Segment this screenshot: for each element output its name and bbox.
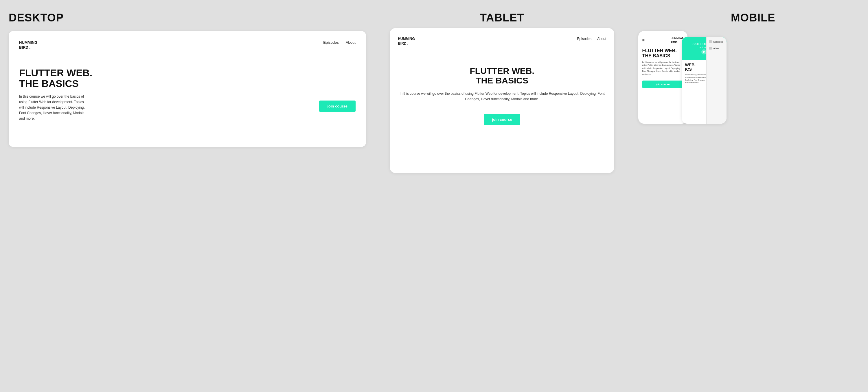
drawer-panel: Episodes About (706, 37, 726, 124)
desktop-nav: HUMMING BIRD . Episodes About (19, 40, 355, 50)
desktop-section: DESKTOP (9, 11, 366, 31)
tablet-nav-about[interactable]: About (597, 37, 606, 41)
desktop-nav-links: Episodes About (323, 40, 355, 45)
desktop-hero-row: In this course we will go over the basic… (19, 94, 355, 130)
desktop-nav-episodes[interactable]: Episodes (323, 40, 339, 45)
mobile-overlay-phone: SKILL UP NOW and more HUMMING BIRD . WEB… (682, 37, 726, 124)
episodes-icon (709, 40, 712, 43)
tablet-nav-links: Episodes About (577, 37, 607, 41)
page-layout: DESKTOP TABLET MOBILE HUMMING BIRD . Epi… (9, 11, 859, 173)
mobile-nav-main: ≡ HUMMING BIRD . (642, 37, 683, 44)
tablet-section-label: TABLET (480, 11, 524, 24)
desktop-brand: HUMMING BIRD . (19, 40, 38, 50)
mobile-column: ≡ HUMMING BIRD . FLUTTER WEB. THE BASICS… (638, 31, 859, 124)
desktop-mockup: HUMMING BIRD . Episodes About FLUTTER WE… (9, 31, 366, 147)
mobile-hero-title: FLUTTER WEB. THE BASICS (642, 48, 683, 58)
mobile-hero-desc: In this course we will go over the basic… (642, 61, 683, 76)
desktop-section-label: DESKTOP (9, 11, 366, 24)
tablet-brand: HUMMING BIRD . (398, 37, 415, 46)
desktop-column: HUMMING BIRD . Episodes About FLUTTER WE… (9, 31, 366, 147)
tablet-hero-title: FLUTTER WEB. THE BASICS (398, 66, 606, 85)
drawer-item-episodes[interactable]: Episodes (709, 40, 724, 43)
about-icon (709, 47, 712, 50)
drawer-item-about[interactable]: About (709, 47, 724, 50)
desktop-hero-desc: In this course we will go over the basic… (19, 94, 89, 122)
play-triangle-icon (703, 51, 705, 53)
tablet-join-button[interactable]: join course (484, 114, 520, 125)
desktop-hero: FLUTTER WEB. THE BASICS In this course w… (19, 67, 355, 130)
desktop-nav-about[interactable]: About (346, 40, 355, 45)
main-columns: HUMMING BIRD . Episodes About FLUTTER WE… (9, 31, 859, 173)
tablet-mockup: HUMMING BIRD . Episodes About FLUTTER WE… (390, 28, 614, 173)
mobile-section-header: MOBILE (638, 11, 859, 31)
desktop-join-button[interactable]: join course (319, 101, 355, 112)
mobile-devices: ≡ HUMMING BIRD . FLUTTER WEB. THE BASICS… (638, 31, 859, 124)
tablet-hero-desc: In this course we will go over the basic… (398, 91, 606, 102)
hamburger-icon[interactable]: ≡ (642, 38, 645, 43)
tablet-column: HUMMING BIRD . Episodes About FLUTTER WE… (374, 28, 629, 173)
mobile-main-phone: ≡ HUMMING BIRD . FLUTTER WEB. THE BASICS… (638, 31, 687, 124)
play-button[interactable] (701, 49, 707, 54)
desktop-hero-title: FLUTTER WEB. THE BASICS (19, 67, 92, 89)
tablet-nav-episodes[interactable]: Episodes (577, 37, 591, 41)
mobile-join-button[interactable]: join course (642, 81, 683, 88)
mobile-section-label: MOBILE (731, 11, 775, 24)
tablet-nav: HUMMING BIRD . Episodes About (398, 37, 606, 46)
